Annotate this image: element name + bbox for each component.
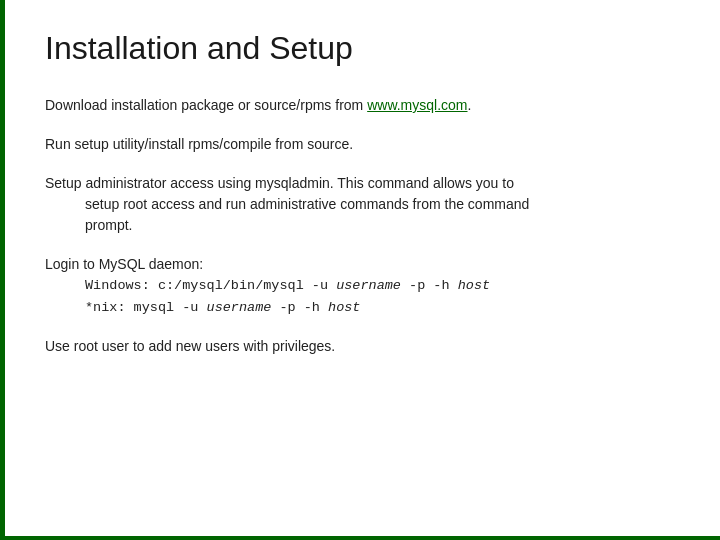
windows-username: username [336,278,401,293]
nix-host: host [328,300,360,315]
login-commands: Windows: c:/mysql/bin/mysql -u username … [85,275,680,318]
nix-label: *nix: [85,300,134,315]
setup-admin-line1: Setup administrator access using mysqlad… [45,175,514,191]
left-border-decoration [0,0,5,540]
root-user-paragraph: Use root user to add new users with priv… [45,336,680,357]
windows-label: Windows: [85,278,158,293]
nix-code-suffix: -p -h [271,300,328,315]
nix-command-line: *nix: mysql -u username -p -h host [85,297,680,319]
windows-host: host [458,278,490,293]
bottom-border-decoration [0,536,720,540]
page-title: Installation and Setup [45,30,680,67]
run-setup-paragraph: Run setup utility/install rpms/compile f… [45,134,680,155]
windows-code-suffix: -p -h [401,278,458,293]
login-intro: Login to MySQL daemon: [45,254,680,275]
download-paragraph: Download installation package or source/… [45,95,680,116]
mysql-link[interactable]: www.mysql.com [367,97,467,113]
windows-command-line: Windows: c:/mysql/bin/mysql -u username … [85,275,680,297]
setup-admin-paragraph: Setup administrator access using mysqlad… [45,173,680,236]
nix-username: username [207,300,272,315]
main-content: Download installation package or source/… [45,95,680,357]
windows-code-prefix: c:/mysql/bin/mysql -u [158,278,336,293]
login-section: Login to MySQL daemon: Windows: c:/mysql… [45,254,680,318]
download-text-after: . [468,97,472,113]
setup-admin-line2: setup root access and run administrative… [85,194,529,215]
page-container: Installation and Setup Download installa… [0,0,720,540]
setup-admin-line3: prompt. [85,215,132,236]
download-text-before: Download installation package or source/… [45,97,367,113]
nix-code-prefix: mysql -u [134,300,207,315]
